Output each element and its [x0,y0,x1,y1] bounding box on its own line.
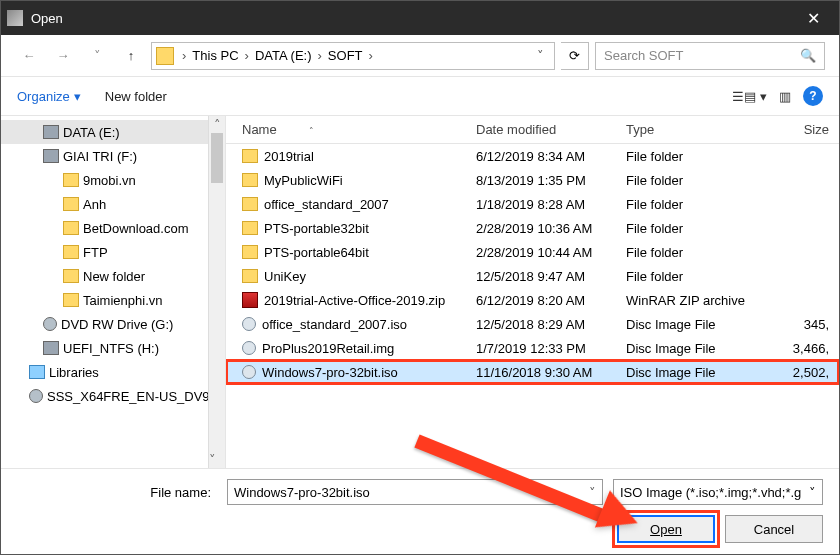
forward-button[interactable]: → [49,42,77,70]
organize-menu[interactable]: Organize ▾ [17,89,81,104]
scroll-down-icon[interactable]: ˅ [209,451,216,468]
folder-tree[interactable]: DATA (E:)GIAI TRI (F:)9mobi.vnAnhBetDown… [1,116,226,468]
tree-item[interactable]: Taimienphi.vn [1,288,225,312]
tree-item-label: DATA (E:) [63,125,120,140]
open-button[interactable]: Open [617,515,715,543]
tree-scrollbar[interactable]: ˄ ˅ [208,116,225,468]
column-size[interactable]: Size [746,122,839,137]
chevron-down-icon: ˅ [809,485,816,500]
file-type: File folder [626,221,746,236]
file-row[interactable]: UniKey12/5/2018 9:47 AMFile folder [226,264,839,288]
drive-icon [43,125,59,139]
drive-icon [43,341,59,355]
file-type: File folder [626,197,746,212]
new-folder-button[interactable]: New folder [105,89,167,104]
filename-input[interactable]: Windows7-pro-32bit.iso ˅ [227,479,603,505]
scroll-up-icon[interactable]: ˄ [209,116,225,133]
chevron-right-icon[interactable]: › [316,48,324,63]
tree-item[interactable]: DVD RW Drive (G:) [1,312,225,336]
help-button[interactable]: ? [803,86,823,106]
folder-icon [156,47,174,65]
close-icon[interactable]: ✕ [793,1,833,35]
footer: File name: Windows7-pro-32bit.iso ˅ ISO … [1,468,839,555]
breadcrumb-item[interactable]: SOFT [326,48,365,63]
breadcrumb-dropdown[interactable]: ˅ [531,48,550,63]
cancel-button[interactable]: Cancel [725,515,823,543]
file-row[interactable]: MyPublicWiFi8/13/2019 1:35 PMFile folder [226,168,839,192]
search-input[interactable]: Search SOFT 🔍 [595,42,825,70]
tree-item[interactable]: SSS_X64FRE_EN-US_DV9 [1,384,225,408]
history-dropdown[interactable]: ˅ [83,42,111,70]
chevron-right-icon[interactable]: › [367,48,375,63]
tree-item[interactable]: Libraries [1,360,225,384]
tree-item-label: SSS_X64FRE_EN-US_DV9 [47,389,210,404]
tree-item[interactable]: New folder [1,264,225,288]
file-date: 12/5/2018 9:47 AM [476,269,626,284]
file-row[interactable]: PTS-portable32bit2/28/2019 10:36 AMFile … [226,216,839,240]
breadcrumb[interactable]: › This PC › DATA (E:) › SOFT › ˅ [151,42,555,70]
file-name: 2019trial [264,149,314,164]
search-placeholder: Search SOFT [604,48,683,63]
preview-pane-button[interactable]: ▥ [779,89,791,104]
column-headers: Name˄ Date modified Type Size [226,116,839,144]
filetype-filter[interactable]: ISO Image (*.iso;*.img;*.vhd;*.g ˅ [613,479,823,505]
up-button[interactable]: ↑ [117,42,145,70]
column-type[interactable]: Type [626,122,746,137]
chevron-right-icon[interactable]: › [180,48,188,63]
file-date: 2/28/2019 10:44 AM [476,245,626,260]
file-date: 1/7/2019 12:33 PM [476,341,626,356]
folder-icon [63,173,79,187]
file-row[interactable]: office_standard_20071/18/2019 8:28 AMFil… [226,192,839,216]
file-date: 12/5/2018 8:29 AM [476,317,626,332]
lib-icon [29,365,45,379]
column-date[interactable]: Date modified [476,122,626,137]
file-name: office_standard_2007.iso [262,317,407,332]
breadcrumb-item[interactable]: DATA (E:) [253,48,314,63]
tree-item[interactable]: DATA (E:) [1,120,225,144]
nav-row: ← → ˅ ↑ › This PC › DATA (E:) › SOFT › ˅… [1,35,839,77]
folder-icon [63,269,79,283]
file-size: 345, [746,317,839,332]
file-row[interactable]: PTS-portable64bit2/28/2019 10:44 AMFile … [226,240,839,264]
tree-item[interactable]: 9mobi.vn [1,168,225,192]
file-pane: Name˄ Date modified Type Size 2019trial6… [226,116,839,468]
folder-icon [242,149,258,163]
file-row[interactable]: Windows7-pro-32bit.iso11/16/2018 9:30 AM… [226,360,839,384]
file-date: 11/16/2018 9:30 AM [476,365,626,380]
file-row[interactable]: 2019trial6/12/2019 8:34 AMFile folder [226,144,839,168]
refresh-button[interactable]: ⟳ [561,42,589,70]
open-dialog: Open ✕ ← → ˅ ↑ › This PC › DATA (E:) › S… [0,0,840,555]
tree-item[interactable]: FTP [1,240,225,264]
file-type: File folder [626,245,746,260]
back-button[interactable]: ← [15,42,43,70]
scroll-thumb[interactable] [211,133,223,183]
file-row[interactable]: ProPlus2019Retail.img1/7/2019 12:33 PMDi… [226,336,839,360]
tree-item[interactable]: UEFI_NTFS (H:) [1,336,225,360]
disc-icon [242,317,256,331]
file-date: 6/12/2019 8:20 AM [476,293,626,308]
search-icon[interactable]: 🔍 [800,48,816,63]
view-options-button[interactable]: ☰▤ ▾ [732,89,767,104]
tree-item[interactable]: BetDownload.com [1,216,225,240]
file-type: File folder [626,149,746,164]
tree-item-label: Libraries [49,365,99,380]
breadcrumb-item[interactable]: This PC [190,48,240,63]
file-name: office_standard_2007 [264,197,389,212]
chevron-right-icon[interactable]: › [243,48,251,63]
chevron-down-icon[interactable]: ˅ [589,485,596,500]
file-name: PTS-portable32bit [264,221,369,236]
file-date: 2/28/2019 10:36 AM [476,221,626,236]
file-row[interactable]: office_standard_2007.iso12/5/2018 8:29 A… [226,312,839,336]
folder-icon [63,197,79,211]
disc-icon [242,365,256,379]
file-type: Disc Image File [626,365,746,380]
folder-icon [242,221,258,235]
filename-label: File name: [17,485,217,500]
tree-item[interactable]: Anh [1,192,225,216]
folder-icon [242,269,258,283]
file-row[interactable]: 2019trial-Active-Office-2019.zip6/12/201… [226,288,839,312]
file-type: File folder [626,269,746,284]
tree-item[interactable]: GIAI TRI (F:) [1,144,225,168]
file-name: UniKey [264,269,306,284]
column-name[interactable]: Name˄ [226,122,476,137]
